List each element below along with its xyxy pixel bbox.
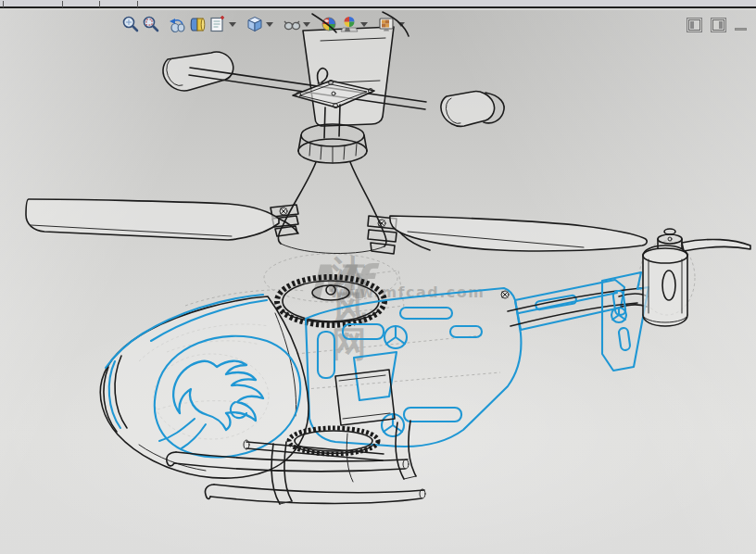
apply-scene-button[interactable]: [339, 13, 359, 35]
toolbar-separator: [62, 1, 63, 7]
scene-settings-button[interactable]: [376, 13, 397, 35]
apply-scene-dropdown[interactable]: [360, 22, 368, 27]
chassis-frame[interactable]: [306, 288, 521, 447]
view-orientation-icon: [246, 15, 264, 33]
display-style-button[interactable]: [282, 13, 302, 35]
rotor-head[interactable]: [279, 105, 386, 254]
collapse-pane-right-icon: [712, 19, 724, 31]
toolbar-dock-strip: [0, 0, 756, 8]
view-settings-dropdown[interactable]: [229, 22, 236, 27]
tail-rotor-blade[interactable]: [682, 239, 750, 251]
heads-up-view-toolbar: [120, 12, 408, 36]
previous-view-icon: [168, 15, 186, 33]
zoom-to-area-icon: [142, 15, 160, 33]
cad-app-window: Mf 沐风网 www.mfcad.com: [0, 0, 756, 554]
view-orientation-button[interactable]: [245, 13, 265, 35]
pane-controls: [687, 18, 747, 32]
minimize-handle[interactable]: [735, 28, 747, 31]
realview-icon: [320, 15, 338, 33]
main-rotor-blade-right[interactable]: [390, 216, 647, 251]
zoom-to-fit-button[interactable]: [120, 13, 141, 35]
upper-rotor-blade[interactable]: [303, 27, 394, 126]
tail-motor[interactable]: [643, 229, 687, 326]
helicopter-model[interactable]: [0, 0, 756, 554]
view-settings-icon: [208, 15, 227, 33]
collapse-pane-left-button[interactable]: [687, 18, 702, 32]
collapse-pane-right-button[interactable]: [711, 18, 726, 32]
scene-settings-dropdown[interactable]: [397, 22, 405, 27]
scene-settings-icon: [377, 15, 396, 33]
realview-button[interactable]: [319, 13, 339, 35]
toolbar-separator: [137, 1, 138, 7]
toolbar-separator: [99, 1, 100, 7]
zoom-to-area-button[interactable]: [141, 13, 161, 35]
section-view-icon: [188, 15, 207, 33]
view-settings-button[interactable]: [208, 13, 228, 35]
toolbar-separator: [3, 1, 4, 7]
display-style-dropdown[interactable]: [303, 22, 310, 27]
main-rotor-blade-left[interactable]: [26, 199, 298, 240]
previous-view-button[interactable]: [167, 13, 187, 35]
section-view-button[interactable]: [187, 13, 208, 35]
apply-scene-icon: [340, 15, 359, 33]
view-orientation-dropdown[interactable]: [266, 22, 273, 27]
display-style-icon: [283, 15, 301, 33]
zoom-to-fit-icon: [121, 15, 140, 33]
collapse-pane-left-icon: [688, 19, 700, 31]
main-gear[interactable]: [277, 277, 384, 325]
